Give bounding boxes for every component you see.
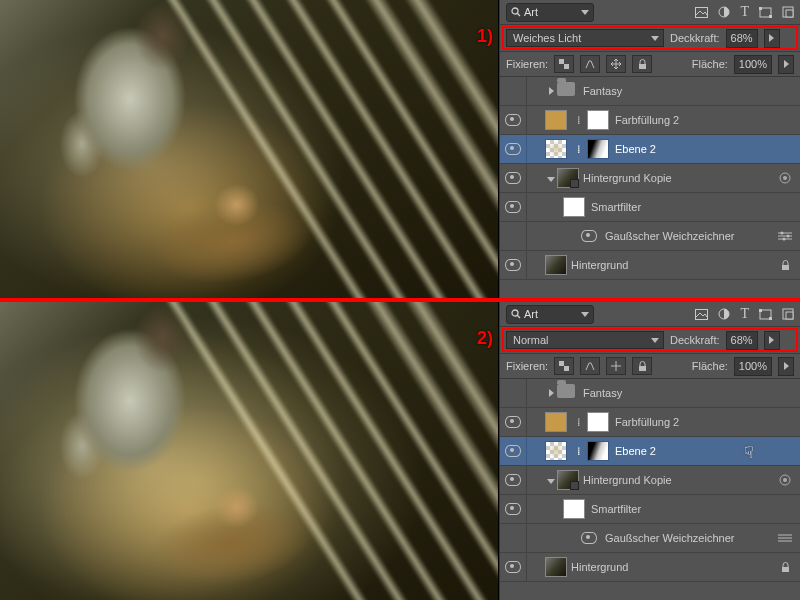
image-icon[interactable] bbox=[695, 309, 708, 320]
layer-farbfuellung-2[interactable]: ⁞ Farbfüllung 2 bbox=[500, 106, 800, 135]
disclosure-toggle[interactable] bbox=[545, 474, 557, 486]
layer-mask-thumbnail[interactable] bbox=[587, 441, 609, 461]
layer-thumbnail[interactable] bbox=[545, 557, 567, 577]
svg-rect-5 bbox=[759, 7, 762, 10]
disclosure-toggle[interactable] bbox=[545, 387, 557, 399]
chevron-down-icon bbox=[581, 312, 589, 317]
blend-mode-dropdown[interactable]: Normal bbox=[506, 331, 664, 349]
lock-position-button[interactable] bbox=[606, 357, 626, 375]
layer-hintergrund[interactable]: Hintergrund bbox=[500, 553, 800, 582]
search-icon bbox=[511, 7, 521, 17]
layer-thumbnail[interactable] bbox=[557, 168, 579, 188]
svg-point-13 bbox=[783, 176, 787, 180]
blend-mode-dropdown[interactable]: Weiches Licht bbox=[506, 29, 664, 47]
knight-figure bbox=[50, 0, 210, 180]
visibility-toggle[interactable] bbox=[500, 437, 527, 465]
layer-group-fantasy[interactable]: Fantasy bbox=[500, 379, 800, 408]
fill-input[interactable]: 100% bbox=[734, 55, 772, 74]
adjustments-icon[interactable] bbox=[718, 308, 730, 320]
visibility-icon bbox=[505, 445, 521, 457]
layer-gauss-blur[interactable]: Gaußscher Weichzeichner bbox=[500, 524, 800, 553]
layer-mask-thumbnail[interactable] bbox=[587, 412, 609, 432]
layer-smartfilter[interactable]: Smartfilter bbox=[500, 193, 800, 222]
smartobject-icon[interactable] bbox=[782, 308, 794, 320]
visibility-toggle[interactable] bbox=[500, 553, 527, 581]
lock-all-button[interactable] bbox=[632, 357, 652, 375]
visibility-toggle[interactable] bbox=[500, 77, 527, 105]
document-canvas[interactable] bbox=[0, 302, 498, 600]
chevron-right-icon bbox=[784, 60, 789, 68]
visibility-toggle[interactable] bbox=[500, 379, 527, 407]
disclosure-toggle[interactable] bbox=[545, 172, 557, 184]
visibility-toggle[interactable] bbox=[500, 524, 527, 552]
layer-ebene-2[interactable]: ⁞ Ebene 2 bbox=[500, 135, 800, 164]
fill-input[interactable]: 100% bbox=[734, 357, 772, 376]
svg-rect-6 bbox=[769, 15, 772, 18]
fill-stepper[interactable] bbox=[778, 55, 794, 74]
layer-thumbnail[interactable] bbox=[545, 110, 567, 130]
visibility-toggle[interactable] bbox=[500, 106, 527, 134]
layer-mask-thumbnail[interactable] bbox=[587, 110, 609, 130]
layer-name: Smartfilter bbox=[591, 503, 800, 515]
shape-icon[interactable] bbox=[759, 7, 772, 18]
image-icon[interactable] bbox=[695, 7, 708, 18]
lock-all-button[interactable] bbox=[632, 55, 652, 73]
link-icon[interactable]: ⁞ bbox=[573, 416, 585, 429]
layer-mask-thumbnail[interactable] bbox=[587, 139, 609, 159]
smartobject-badge-icon bbox=[774, 172, 796, 184]
smartobject-icon[interactable] bbox=[782, 6, 794, 18]
visibility-toggle[interactable] bbox=[500, 193, 527, 221]
visibility-toggle[interactable] bbox=[500, 251, 527, 279]
layer-thumbnail[interactable] bbox=[557, 470, 579, 490]
filter-mask-thumbnail[interactable] bbox=[563, 499, 585, 519]
layer-ebene-2[interactable]: ⁞ Ebene 2 ☟ bbox=[500, 437, 800, 466]
visibility-toggle[interactable] bbox=[500, 495, 527, 523]
lock-transparency-button[interactable] bbox=[554, 357, 574, 375]
shape-icon[interactable] bbox=[759, 309, 772, 320]
svg-point-19 bbox=[783, 238, 786, 241]
layer-hintergrund-kopie[interactable]: Hintergrund Kopie bbox=[500, 164, 800, 193]
visibility-toggle[interactable] bbox=[500, 164, 527, 192]
opacity-input[interactable]: 68% bbox=[726, 29, 758, 48]
link-icon[interactable]: ⁞ bbox=[573, 114, 585, 127]
visibility-toggle[interactable] bbox=[500, 135, 527, 163]
layer-filter-dropdown[interactable]: Art bbox=[506, 3, 594, 22]
layer-hintergrund[interactable]: Hintergrund bbox=[500, 251, 800, 280]
opacity-stepper[interactable] bbox=[764, 29, 780, 48]
type-icon[interactable]: T bbox=[740, 5, 749, 19]
visibility-toggle[interactable] bbox=[500, 408, 527, 436]
layer-smartfilter[interactable]: Smartfilter bbox=[500, 495, 800, 524]
layer-farbfuellung-2[interactable]: ⁞ Farbfüllung 2 bbox=[500, 408, 800, 437]
layer-name: Gaußscher Weichzeichner bbox=[605, 230, 774, 242]
layer-filter-dropdown[interactable]: Art bbox=[506, 305, 594, 324]
layer-thumbnail[interactable] bbox=[545, 255, 567, 275]
layer-group-fantasy[interactable]: Fantasy bbox=[500, 77, 800, 106]
visibility-toggle[interactable] bbox=[500, 222, 527, 250]
layer-thumbnail[interactable] bbox=[545, 441, 567, 461]
link-icon[interactable]: ⁞ bbox=[573, 143, 585, 156]
lock-pixels-icon bbox=[585, 59, 595, 69]
folder-icon bbox=[557, 82, 579, 100]
link-icon[interactable]: ⁞ bbox=[573, 445, 585, 458]
lock-pixels-button[interactable] bbox=[580, 55, 600, 73]
lock-pixels-button[interactable] bbox=[580, 357, 600, 375]
lock-position-button[interactable] bbox=[606, 55, 626, 73]
layer-thumbnail[interactable] bbox=[545, 412, 567, 432]
lock-all-icon bbox=[638, 361, 647, 372]
opacity-input[interactable]: 68% bbox=[726, 331, 758, 350]
filter-toggle-icon[interactable] bbox=[774, 231, 796, 241]
layer-thumbnail[interactable] bbox=[545, 139, 567, 159]
document-canvas[interactable] bbox=[0, 0, 498, 298]
layer-gauss-blur[interactable]: Gaußscher Weichzeichner bbox=[500, 222, 800, 251]
disclosure-toggle[interactable] bbox=[545, 85, 557, 97]
type-icon[interactable]: T bbox=[740, 307, 749, 321]
filter-toggle-icon[interactable] bbox=[774, 533, 796, 543]
visibility-toggle[interactable] bbox=[500, 466, 527, 494]
fill-stepper[interactable] bbox=[778, 357, 794, 376]
filter-mask-thumbnail[interactable] bbox=[563, 197, 585, 217]
layer-hintergrund-kopie[interactable]: Hintergrund Kopie bbox=[500, 466, 800, 495]
adjustments-icon[interactable] bbox=[718, 6, 730, 18]
lock-transparency-button[interactable] bbox=[554, 55, 574, 73]
opacity-stepper[interactable] bbox=[764, 331, 780, 350]
visibility-icon bbox=[581, 230, 597, 242]
